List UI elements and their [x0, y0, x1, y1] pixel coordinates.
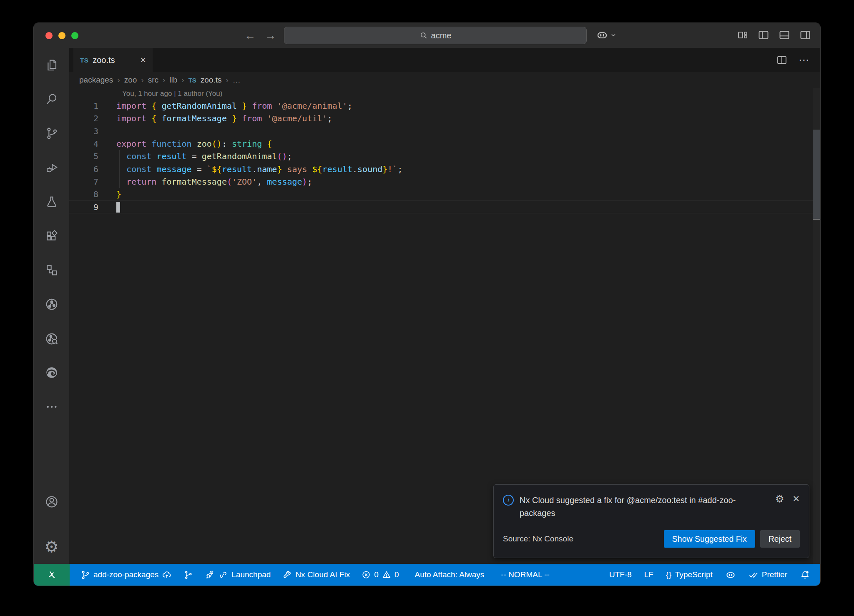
notification-message: Nx Cloud suggested a fix for @acme/zoo:t… — [520, 494, 763, 520]
line-number: 5 — [69, 151, 98, 161]
tab-zoo-ts[interactable]: TS zoo.ts × — [73, 48, 153, 72]
editor-more-actions-icon[interactable]: ⋯ — [799, 54, 809, 67]
launchpad-status[interactable]: Launchpad — [205, 570, 271, 580]
testing-icon[interactable] — [34, 185, 69, 219]
breadcrumb-file[interactable]: zoo.ts — [201, 75, 222, 85]
editor-scrollbar[interactable] — [813, 88, 820, 564]
info-icon: i — [503, 495, 514, 506]
vim-mode-status[interactable]: -- NORMAL -- — [501, 570, 549, 579]
eol-status[interactable]: LF — [644, 570, 653, 579]
zoom-window-button[interactable] — [71, 32, 78, 39]
account-icon[interactable] — [34, 485, 69, 519]
code-text: return formatMessage('ZOO', message); — [116, 177, 312, 187]
references-view-icon[interactable] — [34, 253, 69, 287]
code-lines: 1import { getRandomAnimal } from '@acme/… — [69, 100, 820, 213]
breadcrumb-separator: › — [141, 75, 143, 85]
nx-cloud-icon[interactable] — [34, 321, 69, 356]
show-suggested-fix-button[interactable]: Show Suggested Fix — [664, 530, 755, 548]
source-control-graph-status[interactable] — [183, 570, 193, 580]
nx-console-icon[interactable] — [34, 287, 69, 321]
code-line[interactable]: 2import { formatMessage } from '@acme/ut… — [69, 112, 820, 125]
code-line[interactable]: 4export function zoo(): string { — [69, 138, 820, 150]
code-line[interactable]: 7 return formatMessage('ZOO', message); — [69, 175, 820, 188]
notification-close-icon[interactable]: ✕ — [792, 494, 800, 504]
back-icon[interactable]: ← — [244, 29, 256, 42]
braces-icon: {} — [666, 571, 672, 579]
problems-status[interactable]: 0 0 — [362, 570, 399, 579]
run-debug-icon[interactable] — [34, 150, 69, 185]
code-line[interactable]: 1import { getRandomAnimal } from '@acme/… — [69, 100, 820, 112]
auto-attach-status[interactable]: Auto Attach: Always — [414, 570, 484, 579]
language-mode-status[interactable]: {} TypeScript — [666, 570, 713, 579]
breadcrumb-separator: › — [163, 75, 165, 85]
remote-indicator[interactable] — [34, 564, 70, 586]
breadcrumb-more[interactable]: … — [233, 75, 241, 85]
breadcrumb-item[interactable]: zoo — [124, 75, 137, 85]
activity-bar: ⚙ — [34, 48, 69, 564]
nx-cloud-ai-fix-status[interactable]: Nx Cloud AI Fix — [282, 570, 350, 580]
code-line[interactable]: 9 — [69, 200, 820, 213]
code-text: import { formatMessage } from '@acme/uti… — [116, 113, 332, 123]
breadcrumb-item[interactable]: packages — [79, 75, 113, 85]
typescript-file-icon: TS — [80, 57, 88, 64]
edge-browser-icon[interactable] — [34, 356, 69, 390]
nx-fix-label: Nx Cloud AI Fix — [295, 570, 350, 579]
breadcrumb-item[interactable]: lib — [169, 75, 177, 85]
notification-source: Source: Nx Console — [503, 534, 573, 543]
customize-layout-icon[interactable] — [737, 29, 749, 41]
extensions-icon[interactable] — [34, 219, 69, 253]
split-editor-icon[interactable] — [776, 54, 788, 66]
forward-icon[interactable]: → — [265, 29, 276, 42]
command-center-search[interactable]: acme — [284, 27, 587, 44]
code-text: export function zoo(): string { — [116, 139, 272, 149]
search-view-icon[interactable] — [34, 82, 69, 116]
warning-count: 0 — [394, 570, 399, 579]
breadcrumb-separator: › — [181, 75, 184, 85]
git-branch-status[interactable]: add-zoo-packages — [80, 570, 172, 580]
encoding-label: UTF-8 — [609, 570, 632, 579]
code-text: import { getRandomAnimal } from '@acme/a… — [116, 101, 352, 111]
git-blame-annotation[interactable]: You, 1 hour ago | 1 author (You) — [122, 88, 820, 100]
error-count: 0 — [374, 570, 379, 579]
chevron-down-icon — [610, 32, 616, 38]
launchpad-label: Launchpad — [231, 570, 271, 579]
breadcrumb-item[interactable]: src — [148, 75, 158, 85]
minimize-window-button[interactable] — [58, 32, 65, 39]
code-line[interactable]: 6 const message = `${result.name} says $… — [69, 163, 820, 175]
line-number: 2 — [69, 113, 98, 123]
search-icon — [419, 31, 428, 40]
settings-gear-icon[interactable]: ⚙ — [34, 530, 69, 564]
code-line[interactable]: 5 const result = getRandomAnimal(); — [69, 150, 820, 163]
tab-bar: TS zoo.ts × ⋯ — [69, 48, 820, 72]
explorer-icon[interactable] — [34, 48, 69, 82]
auto-attach-label: Auto Attach: Always — [414, 570, 484, 579]
source-control-icon[interactable] — [34, 116, 69, 150]
git-branch-icon — [80, 570, 90, 580]
close-window-button[interactable] — [45, 32, 53, 39]
breadcrumb-separator: › — [117, 75, 120, 85]
toggle-panel-icon[interactable] — [779, 29, 790, 41]
code-line[interactable]: 3 — [69, 125, 820, 138]
encoding-status[interactable]: UTF-8 — [609, 570, 632, 579]
copilot-icon — [725, 569, 736, 580]
code-line[interactable]: 8} — [69, 188, 820, 200]
copilot-menu[interactable] — [596, 29, 616, 41]
prettier-status[interactable]: Prettier — [749, 570, 787, 580]
close-tab-icon[interactable]: × — [141, 55, 146, 65]
reject-button[interactable]: Reject — [760, 530, 800, 548]
scrollbar-thumb[interactable] — [813, 130, 820, 220]
copilot-status[interactable] — [725, 569, 736, 580]
line-number: 1 — [69, 101, 98, 111]
vscode-window: ← → acme — [33, 23, 821, 586]
toggle-secondary-sidebar-icon[interactable] — [799, 29, 811, 41]
wrench-icon — [282, 570, 292, 580]
line-number: 8 — [69, 189, 98, 199]
indent-guide — [119, 150, 120, 188]
notification-settings-icon[interactable]: ⚙ — [775, 494, 784, 504]
check-all-icon — [749, 570, 759, 580]
more-views-icon[interactable] — [34, 390, 69, 424]
bell-icon — [800, 570, 810, 580]
notifications-status[interactable] — [800, 570, 810, 580]
toggle-primary-sidebar-icon[interactable] — [758, 29, 769, 41]
overview-ruler-cursor-mark — [813, 219, 820, 220]
